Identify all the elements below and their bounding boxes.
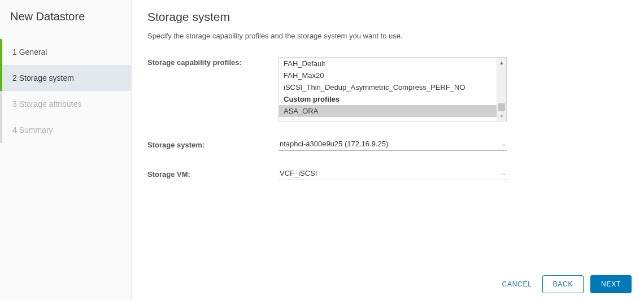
storage-vm-select[interactable]: VCF_iSCSI ⌵ [279, 167, 507, 180]
next-button[interactable]: NEXT [590, 275, 632, 293]
storage-system-value: ntaphci-a300e9u25 (172.16.9.25) [280, 140, 388, 148]
scrollbar[interactable]: ▲ ▼ [497, 58, 506, 121]
profile-item[interactable]: iSCSI_Thin_Dedup_Asymmetric_Compress_PER… [279, 81, 497, 93]
step-label: 4 Summary [12, 125, 53, 134]
storage-vm-value: VCF_iSCSI [280, 169, 317, 177]
chevron-down-icon: ⌵ [502, 141, 506, 147]
profiles-listbox-inner[interactable]: FAH_Default FAH_Max20 iSCSI_Thin_Dedup_A… [279, 58, 506, 121]
storage-system-select[interactable]: ntaphci-a300e9u25 (172.16.9.25) ⌵ [279, 137, 507, 151]
profile-item[interactable]: FAH_Max20 [279, 69, 497, 81]
row-storage-system: Storage system: ntaphci-a300e9u25 (172.1… [147, 137, 628, 151]
row-storage-capability-profiles: Storage capability profiles: FAH_Default… [147, 57, 628, 121]
profile-item[interactable]: FAH_Default [279, 58, 497, 69]
step-label: 3 Storage attributes [12, 99, 81, 108]
wizard-footer: CANCEL BACK NEXT [499, 275, 632, 293]
chevron-down-icon: ⌵ [502, 170, 506, 176]
label-storage-vm: Storage VM: [147, 169, 279, 179]
label-storage-system: Storage system: [147, 140, 279, 149]
page-title: Storage system [147, 10, 628, 24]
scroll-up-icon[interactable]: ▲ [497, 58, 506, 67]
wizard-title: New Datastore [0, 10, 131, 39]
row-storage-vm: Storage VM: VCF_iSCSI ⌵ [147, 167, 628, 180]
wizard-sidebar: New Datastore 1 General 2 Storage system… [0, 0, 132, 300]
profiles-listbox[interactable]: FAH_Default FAH_Max20 iSCSI_Thin_Dedup_A… [279, 57, 507, 121]
profile-item-selected[interactable]: ASA_ORA [279, 105, 497, 117]
step-label: 2 Storage system [12, 73, 74, 82]
wizard-main: Storage system Specify the storage capab… [132, 0, 644, 300]
step-general[interactable]: 1 General [0, 39, 131, 65]
cancel-button[interactable]: CANCEL [499, 276, 536, 293]
label-profiles: Storage capability profiles: [147, 57, 279, 67]
step-summary[interactable]: 4 Summary [0, 117, 131, 143]
step-label: 1 General [12, 47, 47, 56]
scroll-thumb[interactable] [498, 103, 505, 111]
back-button[interactable]: BACK [542, 275, 584, 293]
scroll-down-icon[interactable]: ▼ [497, 111, 506, 121]
profile-group-header: Custom profiles [279, 93, 497, 105]
step-storage-system[interactable]: 2 Storage system [0, 65, 131, 91]
step-storage-attributes[interactable]: 3 Storage attributes [0, 91, 131, 117]
wizard-root: New Datastore 1 General 2 Storage system… [0, 0, 644, 300]
page-subtitle: Specify the storage capability profiles … [147, 32, 628, 40]
